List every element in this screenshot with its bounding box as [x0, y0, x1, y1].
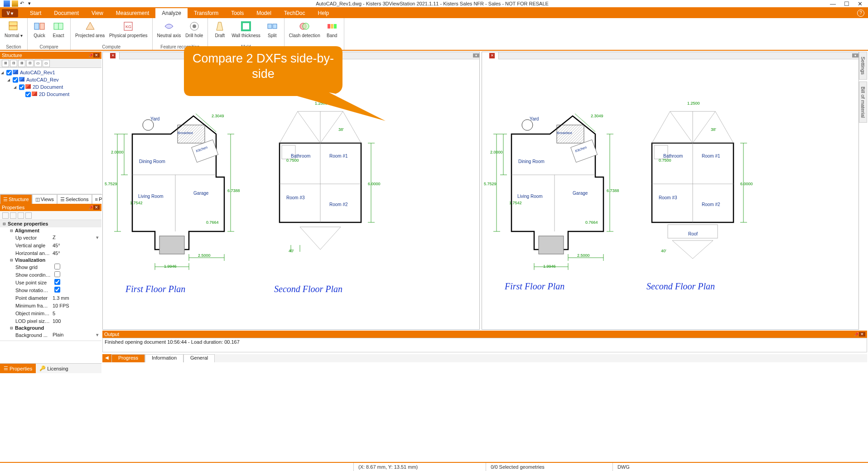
viewport-pane-right[interactable]: ✕ ▾	[482, 52, 859, 330]
tab-information[interactable]: Information	[145, 354, 183, 362]
projected-area-button[interactable]: Projected area	[73, 19, 106, 44]
props-btn-3[interactable]	[18, 212, 24, 219]
pin-icon[interactable]: 📌	[88, 205, 93, 210]
tree-btn-3[interactable]: ⊞	[18, 60, 25, 67]
drill-hole-button[interactable]: Drill hole	[183, 19, 205, 44]
settings-tab[interactable]: Settings	[859, 52, 867, 80]
tree-item[interactable]: 2D Document	[1, 91, 101, 98]
split-button[interactable]: Split	[263, 19, 281, 44]
tree-btn-5[interactable]: ▭	[34, 60, 42, 67]
prop-key: Show coordinat...	[0, 272, 51, 278]
expand-all-icon[interactable]: ⊞	[2, 60, 9, 67]
tab-start[interactable]: Start	[24, 8, 48, 18]
clash-detection-button[interactable]: Clash detection	[287, 19, 322, 44]
prop-value[interactable]: 45°	[51, 250, 101, 256]
tab-tools[interactable]: Tools	[225, 8, 250, 18]
close-icon[interactable]: ✕	[858, 0, 863, 7]
prop-checkbox[interactable]	[54, 279, 60, 285]
help-icon[interactable]: ?	[857, 10, 864, 17]
output-body[interactable]: Finished opening document 10:56:44 - Loa…	[102, 338, 867, 352]
tab-view[interactable]: View	[85, 8, 110, 18]
ribbon-group-compute: Projected area KGPhysical properties Com…	[71, 18, 153, 50]
collapse-all-icon[interactable]: ⊟	[10, 60, 17, 67]
panel-tab-structure[interactable]: ☰Structure	[0, 194, 32, 204]
prop-value-dropdown[interactable]: Plain ▾	[51, 332, 101, 338]
band-button[interactable]: Band	[323, 19, 341, 44]
panel-tab-selections[interactable]: ☰Selections	[57, 194, 92, 204]
prop-value[interactable]: 10 FPS	[51, 303, 101, 308]
prop-value[interactable]: 1.3 mm	[51, 295, 101, 301]
tab-progress[interactable]: Progress	[111, 354, 145, 362]
maximize-icon[interactable]: ☐	[844, 0, 849, 7]
svg-point-16	[303, 23, 309, 29]
pane-dropdown-icon[interactable]: ▾	[852, 53, 858, 58]
close-tab-icon[interactable]: ✕	[110, 53, 116, 58]
props-btn-2[interactable]	[10, 212, 16, 219]
tree-item[interactable]: ◢2D Document	[1, 83, 101, 91]
pane-dropdown-icon[interactable]: ▾	[473, 53, 479, 58]
room-label: Garage	[573, 191, 588, 196]
tree-btn-4[interactable]: ⊟	[26, 60, 34, 67]
prop-value[interactable]: 100	[51, 318, 101, 324]
pane-content[interactable]: 2.0000 5.7529 6.7388 2.3049 2.5000 1.754…	[482, 59, 858, 329]
tab-properties[interactable]: ☰Properties	[0, 364, 36, 373]
compare-exact-button[interactable]: Exact	[49, 19, 68, 44]
dropdown-icon[interactable]: ▾	[28, 0, 34, 7]
compare-quick-button[interactable]: Quick	[30, 19, 48, 44]
close-tab-icon[interactable]: ✕	[489, 53, 495, 58]
pin-icon[interactable]: 📌	[88, 53, 93, 58]
tab-measurement[interactable]: Measurement	[110, 8, 155, 18]
save-icon[interactable]	[4, 0, 10, 7]
close-icon[interactable]: ✕	[93, 53, 100, 58]
open-icon[interactable]	[12, 0, 18, 7]
clash-icon	[298, 20, 311, 33]
props-btn-1[interactable]	[2, 212, 9, 219]
plan-title: First Floor Plan	[125, 284, 185, 294]
tree-item[interactable]: ◢AutoCAD_Rev1	[1, 69, 101, 76]
tab-general[interactable]: General	[183, 354, 215, 362]
tree-checkbox[interactable]	[19, 84, 24, 90]
tab-model[interactable]: Model	[250, 8, 278, 18]
section-normal-button[interactable]: Normal ▾	[3, 19, 24, 44]
tab-document[interactable]: Document	[48, 8, 85, 18]
props-btn-4[interactable]	[25, 212, 32, 219]
pane-tab[interactable]: ✕	[482, 52, 499, 59]
tab-licensing[interactable]: 🔑Licensing	[36, 364, 72, 373]
minimize-icon[interactable]: —	[830, 0, 836, 7]
close-icon[interactable]: ✕	[859, 332, 865, 336]
tab-analyze[interactable]: Analyze	[155, 8, 188, 18]
panel-tab-views[interactable]: ◫Views	[32, 194, 57, 204]
tree-item[interactable]: ◢AutoCAD_Rev	[1, 76, 101, 83]
prop-checkbox[interactable]	[54, 264, 60, 269]
properties-grid[interactable]: ⊟ Scene properties ⊟ Alignment Up vector…	[0, 220, 101, 341]
properties-icon: ☰	[4, 365, 8, 371]
prop-checkbox[interactable]	[54, 287, 60, 293]
close-icon[interactable]: ✕	[93, 205, 100, 210]
undo-icon[interactable]: ↶	[20, 0, 26, 7]
prop-value[interactable]: 45°	[51, 243, 101, 248]
views-icon: ◫	[35, 197, 40, 202]
pane-tab[interactable]: ✕	[103, 52, 120, 59]
dim-label: 6.7388	[227, 188, 240, 193]
neutral-axis-button[interactable]: Neutral axis	[155, 19, 183, 44]
tab-transform[interactable]: Transform	[188, 8, 225, 18]
draft-button[interactable]: Draft	[211, 19, 229, 44]
tab-help[interactable]: Help	[312, 8, 336, 18]
tab-scroll-icon[interactable]: ◀	[102, 354, 111, 362]
tree-checkbox[interactable]	[6, 70, 12, 76]
tree-btn-6[interactable]: ▭	[43, 60, 50, 67]
pin-icon[interactable]: 📌	[854, 332, 859, 336]
output-panel: Output 📌 ✕ Finished opening document 10:…	[102, 331, 867, 352]
bom-tab[interactable]: Bill of material	[859, 82, 867, 123]
app-menu-button[interactable]: V ▾	[2, 9, 18, 17]
tree-checkbox[interactable]	[13, 77, 18, 83]
physical-properties-button[interactable]: KGPhysical properties	[107, 19, 149, 44]
tree-checkbox[interactable]	[25, 91, 31, 97]
prop-value[interactable]: 5	[51, 311, 101, 316]
tab-techdoc[interactable]: TechDoc	[278, 8, 312, 18]
wall-thickness-button[interactable]: Wall thickness	[230, 19, 262, 44]
structure-tree[interactable]: ◢AutoCAD_Rev1 ◢AutoCAD_Rev ◢2D Document …	[0, 68, 101, 194]
cube-icon	[32, 91, 38, 97]
prop-checkbox[interactable]	[54, 271, 60, 277]
prop-value-dropdown[interactable]: Z ▾	[51, 235, 101, 240]
